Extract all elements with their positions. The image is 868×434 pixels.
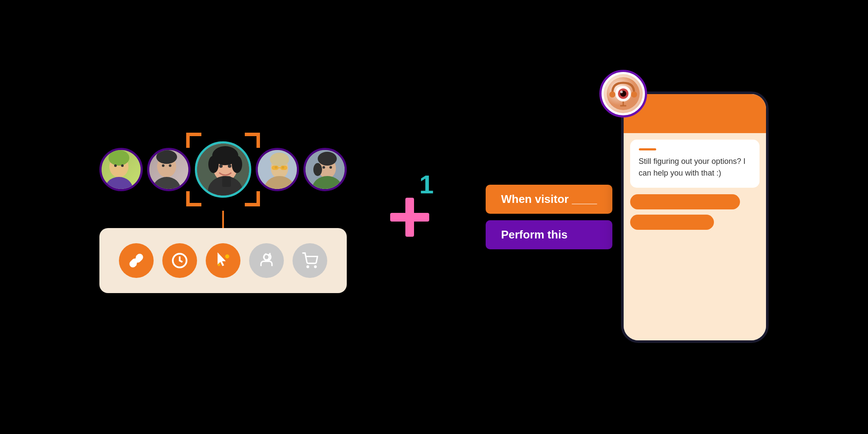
svg-point-9 bbox=[169, 164, 171, 167]
svg-point-15 bbox=[232, 156, 242, 173]
svg-point-45 bbox=[620, 91, 623, 93]
svg-point-3 bbox=[114, 164, 117, 167]
svg-point-8 bbox=[162, 164, 164, 167]
avatar-selected-wrapper bbox=[195, 141, 251, 198]
svg-rect-18 bbox=[222, 176, 231, 187]
svg-point-36 bbox=[225, 254, 230, 258]
icon-panel bbox=[99, 228, 347, 293]
svg-point-33 bbox=[322, 166, 325, 169]
svg-point-39 bbox=[307, 266, 309, 267]
chat-bubble: Still figuring out your options? I can h… bbox=[630, 140, 760, 188]
number-indicator: 1 bbox=[419, 172, 434, 198]
agent-avatar bbox=[599, 70, 647, 117]
chat-message-text: Still figuring out your options? I can h… bbox=[639, 156, 751, 179]
svg-point-31 bbox=[318, 152, 337, 166]
plus-symbol: 1 bbox=[390, 198, 429, 237]
svg-point-40 bbox=[315, 266, 316, 267]
when-visitor-label[interactable]: When visitor ____ bbox=[486, 185, 612, 214]
cart-icon-btn[interactable] bbox=[293, 243, 327, 278]
plus-horizontal-bar bbox=[390, 213, 429, 222]
svg-point-34 bbox=[329, 166, 332, 169]
right-section: When visitor ____ Perform this bbox=[486, 91, 768, 343]
svg-point-6 bbox=[153, 177, 181, 191]
svg-point-7 bbox=[156, 150, 177, 164]
phone-body: Still figuring out your options? I can h… bbox=[624, 133, 766, 340]
svg-point-17 bbox=[228, 164, 231, 168]
avatar-row bbox=[99, 141, 347, 198]
avatar-3-selected[interactable] bbox=[195, 141, 251, 198]
cursor-icon-btn[interactable] bbox=[206, 243, 240, 278]
link-icon-btn[interactable] bbox=[119, 243, 154, 278]
user-refresh-icon-btn[interactable] bbox=[249, 243, 284, 278]
svg-point-1 bbox=[105, 177, 133, 191]
main-scene: 1 When visitor ____ Perform this bbox=[0, 0, 868, 434]
chat-pill-1[interactable] bbox=[630, 194, 740, 209]
svg-rect-26 bbox=[280, 166, 287, 170]
phone-wrapper: Still figuring out your options? I can h… bbox=[621, 91, 769, 343]
avatar-4[interactable] bbox=[256, 148, 299, 191]
perform-this-label[interactable]: Perform this bbox=[486, 220, 612, 249]
svg-point-22 bbox=[270, 153, 289, 166]
svg-point-47 bbox=[631, 91, 637, 98]
connector-line bbox=[222, 211, 224, 228]
svg-point-14 bbox=[208, 156, 219, 173]
agent-inner-circle bbox=[604, 74, 643, 113]
avatar-1[interactable] bbox=[99, 148, 143, 191]
avatar-2[interactable] bbox=[147, 148, 191, 191]
avatar-5[interactable] bbox=[303, 148, 347, 191]
left-section bbox=[99, 141, 347, 293]
labels-section: When visitor ____ Perform this bbox=[486, 185, 612, 249]
clock-icon-btn[interactable] bbox=[162, 243, 197, 278]
phone-mockup: Still figuring out your options? I can h… bbox=[621, 91, 769, 343]
svg-point-4 bbox=[121, 164, 124, 167]
svg-point-46 bbox=[609, 91, 615, 98]
chat-pill-2[interactable] bbox=[630, 215, 714, 230]
svg-point-16 bbox=[219, 164, 223, 168]
svg-point-37 bbox=[218, 263, 220, 266]
svg-point-2 bbox=[108, 150, 129, 166]
chat-bubble-bar bbox=[639, 148, 656, 150]
svg-point-32 bbox=[313, 163, 322, 176]
svg-rect-25 bbox=[272, 166, 279, 170]
